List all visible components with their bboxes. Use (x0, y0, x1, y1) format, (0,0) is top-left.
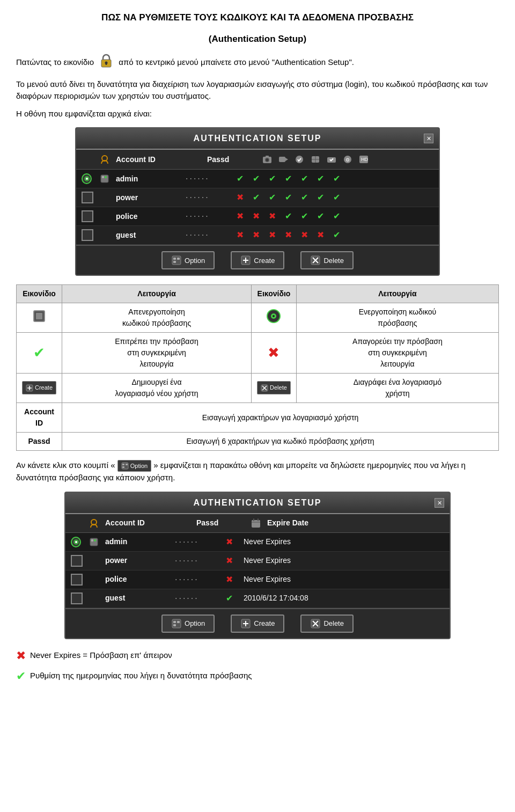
close-icon[interactable]: ✕ (424, 134, 433, 143)
svg-text:HD: HD (361, 157, 368, 162)
close-icon-2[interactable]: ✕ (435, 498, 444, 508)
svg-rect-52 (258, 518, 259, 521)
svg-rect-56 (90, 538, 98, 546)
svg-point-6 (266, 159, 269, 162)
col-header2-account-id: Account ID (105, 517, 191, 529)
checkbox-power (82, 192, 93, 203)
svg-rect-46 (122, 464, 124, 465)
delete-button[interactable]: Delete (300, 251, 354, 269)
user2-passd-power: ······ (175, 554, 218, 567)
svg-rect-2 (106, 63, 107, 65)
user-name-guest: guest (116, 230, 180, 241)
svg-rect-59 (172, 619, 181, 628)
perm-icon-7: HD (357, 153, 370, 166)
checkbox2-power (71, 555, 83, 567)
create-btn-icon (240, 255, 251, 266)
cross-red-legend-icon: ✖ (16, 647, 26, 664)
legend-item-never-expires: ✖ Never Expires = Πρόσβαση επ' άπειρον (16, 647, 499, 664)
user-name-police: police (116, 211, 180, 222)
create-table-icon (26, 384, 33, 392)
delete-btn-icon (310, 255, 321, 266)
auth-window1-title: AUTHENTICATION SETUP (91, 132, 424, 145)
svg-rect-24 (172, 256, 181, 265)
account-id-label-cell: Account ID (24, 407, 54, 427)
legend-row-3: Create Δημιουργεί έναλογαριασμό νέου χρή… (17, 374, 499, 403)
expire-cross-police: ✖ (223, 574, 235, 586)
legend-desc-delete: Διαγράφει ένα λογαριασμόχρήστη (296, 374, 498, 403)
delete-button-2[interactable]: Delete (300, 615, 354, 633)
delete-button2-label: Delete (323, 619, 344, 627)
expire-text-power: Never Expires (244, 555, 351, 566)
legend-table: Εικονίδιο Λειτουργία Εικονίδιο Λειτουργί… (16, 284, 499, 451)
create-button-2[interactable]: Create (231, 615, 284, 633)
delete-btn2-icon (310, 618, 321, 629)
create-label: Create (35, 383, 53, 392)
svg-rect-21 (101, 175, 108, 182)
delete-label: Delete (270, 383, 287, 392)
checkbox2-guest (71, 592, 83, 604)
perm-icon-5 (325, 153, 338, 166)
legend-desc-create: Δημιουργεί έναλογαριασμό νέου χρήστη (62, 374, 252, 403)
option-button[interactable]: Option (161, 251, 215, 269)
user-perms-police: ✖ ✖ ✖ ✔ ✔ ✔ ✔ (234, 210, 342, 222)
svg-rect-62 (173, 624, 176, 626)
expire-check-guest: ✔ (223, 592, 235, 604)
passd-label-cell: Passd (28, 437, 50, 445)
user2-row-police: police ······ ✖ Never Expires (65, 570, 450, 589)
checkbox-guest (82, 229, 93, 241)
delete-button-label: Delete (323, 257, 344, 265)
expire-text-guest: 2010/6/12 17:04:08 (244, 592, 351, 604)
perm-icon-1 (261, 153, 274, 166)
delete-table-icon (261, 384, 268, 392)
para2: Η οθόνη που εμφανίζεται αρχικά είναι: (16, 108, 499, 120)
user2-name-admin: admin (105, 536, 170, 547)
svg-rect-8 (279, 157, 285, 162)
create-btn2-icon (240, 618, 251, 629)
option-button-2[interactable]: Option (161, 615, 215, 633)
option-btn-icon (171, 255, 182, 266)
svg-point-23 (105, 176, 107, 178)
para1: Το μενού αυτό δίνει τη δυνατότητα για δι… (16, 78, 499, 103)
col-header2-passd: Passd (196, 517, 245, 529)
user-passd-power: ······ (186, 191, 229, 204)
svg-point-20 (86, 178, 88, 180)
user2-passd-admin: ······ (175, 536, 218, 548)
user2-name-power: power (105, 555, 170, 566)
svg-rect-60 (173, 621, 176, 623)
perm-icon-4 (309, 153, 322, 166)
user2-row-admin: admin ······ ✖ Never Expires (65, 533, 450, 552)
svg-rect-51 (253, 518, 254, 521)
create-button-label: Create (254, 257, 275, 265)
legend-expiry-date-text: Ρυθμίση της ημερομηνίας που λήγει η δυνα… (30, 670, 252, 682)
circle-enable-icon (266, 309, 281, 324)
auth-window1-footer: Option Create Delete (76, 245, 439, 275)
legend-row-passd: Passd Εισαγωγή 6 χαρακτήρων για κωδικό π… (17, 433, 499, 451)
svg-point-38 (273, 315, 275, 317)
legend-desc-passd: Εισαγωγή 6 χαρακτήρων για κωδικό πρόσβασ… (62, 433, 499, 451)
create-button2-label: Create (254, 619, 275, 627)
svg-rect-57 (91, 539, 93, 542)
perm-icon-6: ⚙ (341, 153, 354, 166)
create-button[interactable]: Create (231, 251, 284, 269)
user-name-admin: admin (116, 173, 180, 185)
user-row-power: power ······ ✖ ✔ ✔ ✔ ✔ ✔ ✔ (76, 188, 439, 207)
legend-desc-deny: Απαγορεύει την πρόσβασηστη συγκεκριμένηλ… (296, 333, 498, 374)
svg-rect-27 (173, 261, 176, 263)
option-button-label: Option (185, 257, 205, 265)
middle-text: Αν κάνετε κλικ στο κουμπί « Option » εμφ… (16, 459, 499, 484)
legend-header-icon1: Εικονίδιο (17, 285, 62, 303)
user-row-guest: guest ······ ✖ ✖ ✖ ✖ ✖ ✖ ✔ (76, 226, 439, 245)
legend-header-icon2: Εικονίδιο (252, 285, 297, 303)
svg-point-58 (94, 539, 96, 542)
svg-rect-61 (177, 621, 180, 623)
user2-row-power: power ······ ✖ Never Expires (65, 552, 450, 570)
option-button2-label: Option (185, 619, 205, 627)
user2-name-police: police (105, 574, 170, 585)
checkbox-police (82, 210, 93, 222)
user-name-power: power (116, 192, 180, 203)
column-header-account-id: Account ID (116, 154, 202, 165)
user-perms-power: ✖ ✔ ✔ ✔ ✔ ✔ ✔ (234, 192, 342, 203)
svg-rect-35 (36, 313, 42, 319)
page-title-greek: ΠΩΣ ΝΑ ΡΥΘΜΙΣΕΤΕ ΤΟΥΣ ΚΩΔΙΚΟΥΣ ΚΑΙ ΤΑ ΔΕ… (16, 11, 499, 25)
auth-window-2: AUTHENTICATION SETUP ✕ Account ID Passd … (64, 492, 451, 639)
